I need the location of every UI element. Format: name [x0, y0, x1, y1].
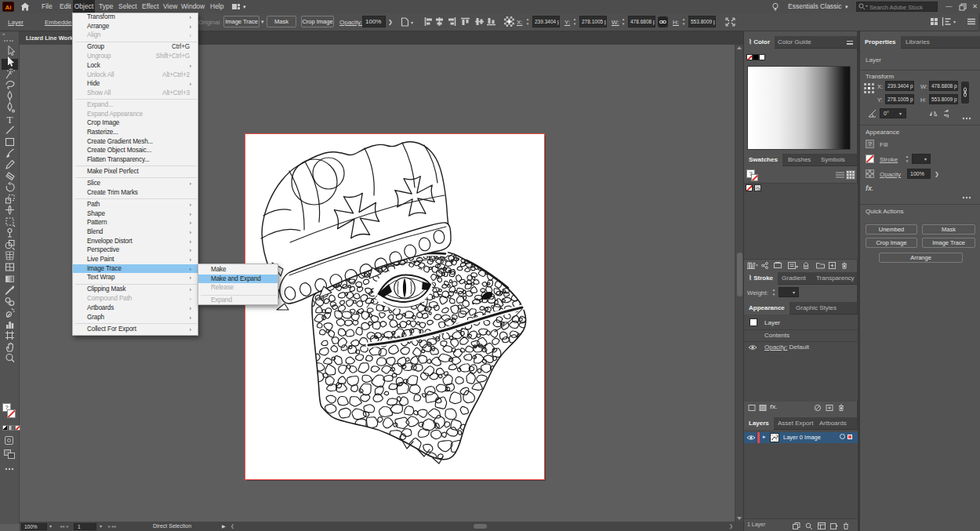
svg-text:T: T	[7, 113, 13, 125]
